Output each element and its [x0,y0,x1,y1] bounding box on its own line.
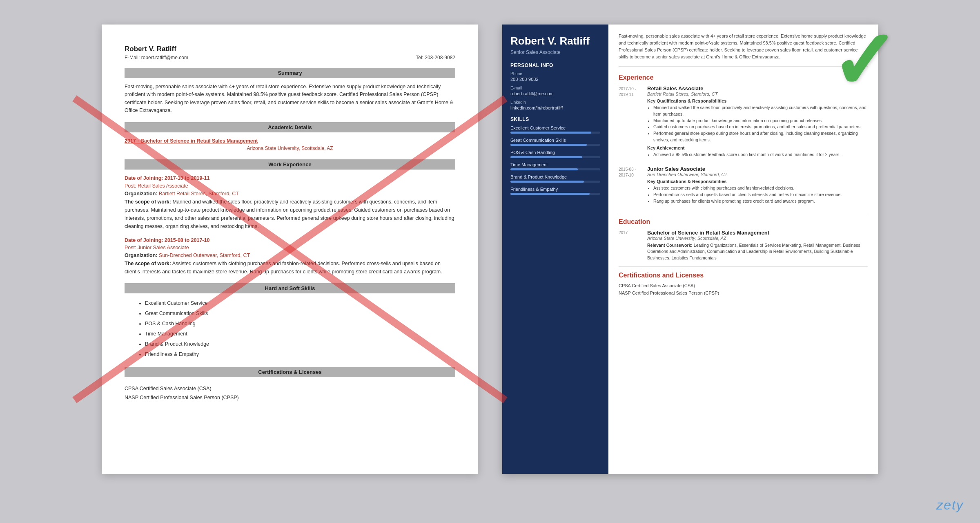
certs-title-good: Certifications and Licenses [619,272,868,279]
good-job-2: 2015-08 - 2017-10 Junior Sales Associate… [619,166,868,206]
good-job1-dates: 2017-10 - 2019-11 [619,85,647,160]
bad-summary: Fast-moving, personable sales associate … [125,83,455,115]
good-resume: ✓ Robert V. Ratliff Senior Sales Associa… [502,25,878,474]
skill-name-5: Friendliness & Empathy [510,187,600,192]
good-job2-title: Junior Sales Associate [647,166,868,172]
skill-bar-fill-0 [510,132,591,134]
skills-title: Skills [510,116,600,122]
bad-job1-dates: Date of Joining: 2017-10 to 2019-11 [125,174,455,182]
bad-job1-org: Organization: Bartlett Retail Stores, St… [125,190,455,198]
linkedin-label: LinkedIn [510,100,600,105]
skill-bar-bg-2 [510,156,600,158]
personal-info-title: Personal Info [510,63,600,68]
skill-name-2: POS & Cash Handling [510,150,600,155]
skill-name-1: Great Communication Skills [510,138,600,143]
bad-skill-6: Friendliness & Empathy [145,349,455,360]
good-cert-2: NASP Certified Professional Sales Person… [619,291,868,295]
bad-job2-dates: Date of Joining: 2015-08 to 2017-10 [125,237,455,244]
bad-skill-5: Brand & Product Knowledge [145,339,455,349]
bad-skill-2: Great Communication Skills [145,308,455,319]
good-job2-bullets: Assisted customers with clothing purchas… [647,185,868,204]
phone-label: Phone [510,72,600,76]
skill-bar-fill-5 [510,193,590,195]
academic-bar: Academic Details [125,122,455,132]
good-job2-bullet-2: Performed cross-sells and upsells based … [653,192,868,198]
good-linkedin: linkedin.com/in/robertratliff [510,105,600,110]
coursework-label: Relevant Coursework: [647,243,693,248]
email-label: E-mail [510,86,600,90]
skill-bar-bg-1 [510,144,600,146]
skill-bar-bg-0 [510,132,600,134]
divider-2 [619,266,868,267]
skill-bar-fill-3 [510,168,578,170]
good-job2-bullet-3: Rang up purchases for clients while prom… [653,198,868,205]
bad-resume-header: Robert V. Ratliff E-Mail: robert.ratliff… [125,45,455,60]
good-job1-bullet-2: Maintained up-to-date product knowledge … [653,118,868,124]
edu-school: Arizona State University, Scottsdale, AZ [647,236,868,241]
bad-phone: Tel: 203-208-9082 [416,55,455,60]
good-job2-org: Sun-Drenched Outerwear, Stamford, CT [647,172,868,177]
bad-job-2: Date of Joining: 2015-08 to 2017-10 Post… [125,237,455,276]
skill-bar-fill-4 [510,181,584,183]
bad-academic: 2017 - Bachelor of Science in Retail Sal… [125,137,455,152]
edu-year: 2017 [619,230,647,262]
bad-skills-list: Excellent Customer Service Great Communi… [125,298,455,360]
bad-cert-1: CPSA Certified Sales Associate (CSA) [125,384,455,393]
good-edu-1: 2017 Bachelor of Science in Retail Sales… [619,230,868,262]
skill-name-4: Brand & Product Knowledge [510,174,600,179]
skill-name-0: Excellent Customer Service [510,125,600,130]
skill-item-0: Excellent Customer Service [510,125,600,134]
bad-job2-org: Organization: Sun-Drenched Outerwear, St… [125,252,455,259]
bad-school: Arizona State University, Scottsdale, AZ [125,145,455,152]
good-email: robert.ratliff@me.com [510,91,600,96]
good-name: Robert V. Ratliff [510,35,600,47]
skill-item-1: Great Communication Skills [510,138,600,146]
edu-degree: Bachelor of Science in Retail Sales Mana… [647,230,868,236]
skills-bar: Hard and Soft Skills [125,283,455,293]
skill-bar-fill-1 [510,144,587,146]
bad-job1-post: Post: Retail Sales Associate [125,182,455,190]
skill-name-3: Time Management [510,162,600,167]
green-check-icon: ✓ [830,20,898,102]
good-job2-dates: 2015-08 - 2017-10 [619,166,647,206]
education-title: Education [619,218,868,226]
good-job1-achievement-text: Achieved a 98.5% customer feedback score… [653,152,868,158]
certs-bar: Certifications & Licenses [125,367,455,377]
bad-degree: 2017 - Bachelor of Science in Retail Sal… [125,137,455,145]
bad-cert-2: NASP Certified Professional Sales Person… [125,393,455,402]
good-job2-bullet-1: Assisted customers with clothing purchas… [653,185,868,192]
good-sidebar: Robert V. Ratliff Senior Sales Associate… [502,25,608,474]
skill-item-2: POS & Cash Handling [510,150,600,158]
bad-skill-1: Excellent Customer Service [145,298,455,308]
bad-job2-scope: The scope of work: Assisted customers wi… [125,259,455,276]
skills-bars: Excellent Customer ServiceGreat Communic… [510,125,600,195]
skill-bar-fill-2 [510,156,582,158]
main-container: Robert V. Ratliff E-Mail: robert.ratliff… [0,0,980,523]
skill-item-3: Time Management [510,162,600,170]
good-job2-qual-title: Key Qualifications & Responsibilities [647,179,868,184]
good-job1-bullet-3: Guided customers on purchases based on i… [653,124,868,130]
skill-item-5: Friendliness & Empathy [510,187,600,195]
skill-bar-bg-5 [510,193,600,195]
bad-email: E-Mail: robert.ratliff@me.com [125,55,188,60]
divider-1 [619,213,868,213]
good-job1-bullet-4: Performed general store upkeep during st… [653,130,868,143]
bad-resume: Robert V. Ratliff E-Mail: robert.ratliff… [102,25,478,474]
bad-job-1: Date of Joining: 2017-10 to 2019-11 Post… [125,174,455,230]
good-cert-1: CPSA Certified Sales Associate (CSA) [619,283,868,288]
bad-contact: E-Mail: robert.ratliff@me.com Tel: 203-2… [125,55,455,60]
skill-item-4: Brand & Product Knowledge [510,174,600,183]
edu-coursework: Relevant Coursework: Leading Organizatio… [647,242,868,262]
summary-bar: Summary [125,68,455,78]
bad-certs: CPSA Certified Sales Associate (CSA) NAS… [125,382,455,402]
good-job2-content: Junior Sales Associate Sun-Drenched Oute… [647,166,868,206]
good-job1-achievement: Achieved a 98.5% customer feedback score… [647,152,868,158]
skill-bar-bg-3 [510,168,600,170]
good-phone: 203-208-9082 [510,77,600,82]
work-bar: Work Experience [125,159,455,170]
bad-skill-4: Time Management [145,329,455,339]
edu-content: Bachelor of Science in Retail Sales Mana… [647,230,868,262]
bad-job1-scope: The scope of work: Manned and walked the… [125,198,455,230]
skill-bar-bg-4 [510,181,600,183]
bad-job2-post: Post: Junior Sales Associate [125,244,455,252]
